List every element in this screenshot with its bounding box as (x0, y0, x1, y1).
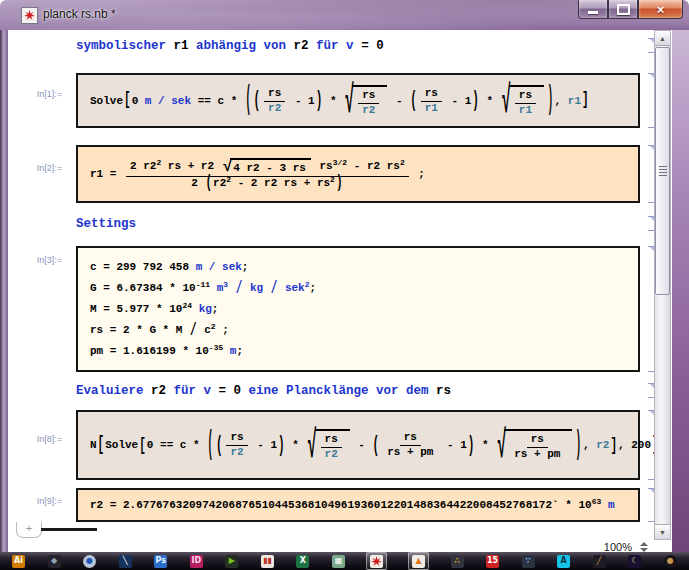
player-icon-glyph: ▶ (225, 555, 238, 568)
input-cell[interactable]: N[Solve[0 == c * ((rsr2 - 1) * √rsr2 - (… (76, 410, 640, 480)
figures3d-icon[interactable]: ∴ (450, 553, 465, 569)
magnifier-plus-button[interactable]: + (16, 522, 42, 538)
molecule-icon-glyph: ∵ (522, 555, 535, 568)
code-line: pm = 1.616199 * 10-35 m; (90, 345, 243, 357)
code-line: M = 5.977 * 1024 kg; (90, 303, 218, 315)
indesign-icon[interactable]: ID (189, 553, 204, 569)
flask-icon[interactable]: ▮▮ (260, 553, 275, 569)
matlab-icon-glyph: ▲ (412, 555, 425, 568)
taskbar[interactable]: Ai◆●╲PsID▶▮▮X▦▲∴15∵A╱☾● (0, 552, 689, 570)
photoshop-icon[interactable]: Ps (153, 553, 168, 569)
code-line: G = 6.67384 * 10-11 m3 / kg / sek2; (90, 282, 316, 294)
matlab-icon[interactable]: ▲ (408, 552, 429, 570)
notebook-content: symbolischer r1 abhängig von r2 für v = … (8, 30, 672, 556)
brush-icon[interactable]: ╱ (592, 553, 607, 569)
horizontal-scrollbar-thumb[interactable] (41, 528, 97, 531)
formula: r1 = 2 r22 rs + r2 √4 r2 - 3 rs rs3/2 - … (90, 158, 425, 189)
quill-icon-glyph: ╲ (119, 555, 132, 568)
spreadsheet-icon-glyph: ▦ (332, 555, 345, 568)
cell-label: In[8]:= (8, 434, 62, 444)
mathematica-icon[interactable] (366, 552, 387, 570)
sphere-icon-glyph: ● (664, 555, 677, 568)
excel-icon-glyph: X (296, 555, 309, 568)
close-button[interactable]: × (638, 0, 683, 19)
cell-label: In[1]:= (8, 89, 62, 99)
formula: N[Solve[0 == c * ((rsr2 - 1) * √rsr2 - (… (90, 429, 660, 460)
calendar15-icon[interactable]: 15 (485, 553, 500, 569)
acad-icon-glyph: A (557, 555, 570, 568)
formula: Solve[0 m / sek == c * ((rsr2 - 1) * √rs… (90, 85, 590, 116)
formula: r2 = 2.677676320974206876510445368104961… (90, 499, 615, 511)
mathematica-window: planck rs.nb * × symbolischer r1 abhängi… (0, 0, 689, 570)
close-icon: × (657, 2, 665, 17)
browser-orb-icon-glyph: ● (83, 555, 96, 568)
notebook-cells: symbolischer r1 abhängig von r2 für v = … (8, 30, 672, 556)
code-line: rs = 2 * G * M / c2 ; (90, 324, 229, 336)
moon-icon[interactable]: ☾ (627, 553, 642, 569)
window-border-left (0, 30, 8, 556)
scroll-down-icon[interactable]: ▼ (655, 524, 670, 539)
player-icon[interactable]: ▶ (224, 553, 239, 569)
sphere-icon[interactable]: ● (663, 553, 678, 569)
output-cell[interactable]: r2 = 2.677676320974206876510445368104961… (76, 488, 640, 522)
scroll-up-icon[interactable]: ▲ (655, 31, 670, 46)
mathematica-notebook-icon (21, 7, 38, 24)
gem-icon-glyph: ◆ (48, 555, 61, 568)
browser-orb-icon[interactable]: ● (82, 553, 97, 569)
figures3d-icon-glyph: ∴ (451, 555, 464, 568)
horizontal-scrollbar[interactable]: + (8, 522, 654, 540)
cell-label: In[9]:= (8, 496, 62, 506)
illustrator-icon-glyph: Ai (12, 555, 25, 568)
indesign-icon-glyph: ID (190, 555, 203, 568)
section-heading[interactable]: Evaluiere r2 für v = 0 eine Plancklänge … (76, 383, 451, 399)
quill-icon[interactable]: ╲ (118, 553, 133, 569)
section-heading[interactable]: Settings (76, 216, 136, 232)
window-title: planck rs.nb * (43, 7, 116, 21)
mathematica-icon-glyph (370, 555, 383, 568)
illustrator-icon[interactable]: Ai (11, 553, 26, 569)
minimize-button[interactable] (578, 0, 608, 19)
photoshop-icon-glyph: Ps (154, 555, 167, 568)
spin-up-icon[interactable] (640, 542, 648, 546)
code-line: c = 299 792 458 m / sek; (90, 261, 248, 273)
maximize-icon (617, 4, 630, 15)
input-cell[interactable]: Solve[0 m / sek == c * ((rsr2 - 1) * √rs… (76, 73, 640, 128)
moon-icon-glyph: ☾ (628, 555, 641, 568)
maximize-button[interactable] (608, 0, 638, 19)
scrollbar-grip-icon (659, 166, 667, 177)
gem-icon[interactable]: ◆ (47, 553, 62, 569)
output-cell[interactable]: r1 = 2 r22 rs + r2 √4 r2 - 3 rs rs3/2 - … (76, 145, 640, 203)
cell-label: In[2]:= (8, 163, 62, 173)
brush-icon-glyph: ╱ (593, 555, 606, 568)
flask-icon-glyph: ▮▮ (261, 555, 274, 568)
cell-label: In[3]:= (8, 255, 62, 265)
spreadsheet-icon[interactable]: ▦ (331, 553, 346, 569)
titlebar[interactable]: planck rs.nb * × (0, 0, 689, 30)
zoom-spinner[interactable] (640, 542, 648, 552)
section-heading[interactable]: symbolischer r1 abhängig von r2 für v = … (76, 38, 384, 54)
molecule-icon[interactable]: ∵ (521, 553, 536, 569)
acad-icon[interactable]: A (556, 553, 571, 569)
minimize-icon (588, 11, 598, 14)
window-border-right (672, 30, 689, 556)
vertical-scrollbar-thumb[interactable] (655, 47, 670, 295)
calendar15-icon-glyph: 15 (486, 555, 499, 568)
excel-icon[interactable]: X (295, 553, 310, 569)
input-cell[interactable]: c = 299 792 458 m / sek;G = 6.67384 * 10… (76, 246, 640, 372)
vertical-scrollbar[interactable]: ▲ ▼ (654, 30, 671, 540)
